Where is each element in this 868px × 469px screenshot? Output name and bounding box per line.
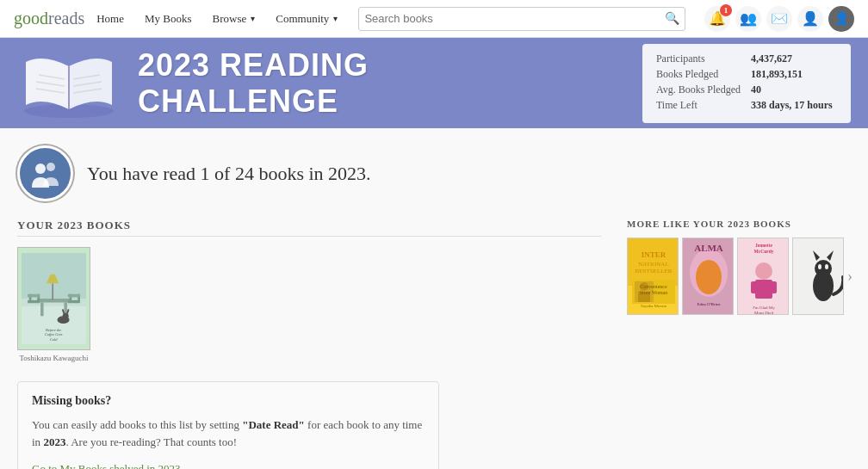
svg-rect-25 [52,283,53,299]
svg-text:Before the: Before the [46,328,61,332]
stat-participants: Participants 4,437,627 [656,52,837,65]
svg-text:McCurdy: McCurdy [754,249,774,254]
svg-rect-55 [770,281,777,293]
stat-time-left: Time Left 338 days, 17 hours [656,99,837,112]
rec-book-2[interactable]: ALMA Edna O'Brien [682,238,734,315]
notification-badge: 1 [720,4,732,16]
your-books-title: YOUR 2023 BOOKS [17,219,601,237]
svg-rect-14 [37,299,71,302]
nav-my-books[interactable]: My Books [136,12,201,26]
book-author: Toshikazu Kawaguchi [17,354,90,364]
search-bar[interactable]: 🔍 [358,7,685,31]
banner-stats: Participants 4,437,627 Books Pledged 181… [642,44,851,123]
search-icon[interactable]: 🔍 [665,11,679,26]
more-books-arrow[interactable]: › [847,238,852,315]
svg-rect-24 [68,294,80,298]
more-books-title: MORE LIKE YOUR 2023 BOOKS [627,219,851,229]
browse-chevron-icon: ▾ [251,14,255,23]
svg-text:Cold: Cold [50,337,58,342]
rec-book-3[interactable]: Jennette McCurdy I'm Glad My Mom Died [737,238,789,315]
search-input[interactable] [364,12,665,25]
rec-book-1[interactable]: INTER NATIONAL BESTSELLER Convenience St… [627,238,679,315]
nav-community[interactable]: Community ▾ [267,12,346,26]
book-open-icon [17,49,121,118]
go-to-my-books-link[interactable]: Go to My Books shelved in 2023 [32,462,181,469]
right-column: MORE LIKE YOUR 2023 BOOKS INTER NATIONAL… [627,219,851,469]
svg-text:ALMA: ALMA [694,243,723,253]
svg-text:I'm Glad My: I'm Glad My [753,305,775,310]
progress-section: You have read 1 of 24 books in 2023. [17,145,851,201]
svg-text:Store Woman: Store Woman [640,290,668,295]
svg-point-8 [22,151,68,198]
community-chevron-icon: ▾ [333,14,338,23]
svg-point-60 [815,260,832,277]
svg-text:Coffee Gets: Coffee Gets [45,332,63,336]
svg-text:Sayaka Murata: Sayaka Murata [641,304,667,308]
svg-text:Convenience: Convenience [640,284,667,289]
svg-point-64 [825,264,828,269]
nav-browse[interactable]: Browse ▾ [204,12,264,26]
main-content: You have read 1 of 24 books in 2023. YOU… [0,128,868,469]
svg-text:NATIONAL: NATIONAL [638,261,668,268]
notifications-button[interactable]: 🔔 1 [704,6,730,32]
info-box-body: You can easily add books to this list by… [32,417,425,453]
messages-button[interactable]: ✉️ [766,6,792,32]
recommended-books-row: INTER NATIONAL BESTSELLER Convenience St… [627,238,851,315]
svg-rect-15 [40,302,44,316]
svg-text:Mom Died: Mom Died [754,311,773,315]
svg-point-63 [818,264,822,269]
svg-point-10 [46,163,55,171]
stat-books-pledged: Books Pledged 181,893,151 [656,68,837,81]
profile-button[interactable]: 👤 [797,6,823,32]
info-box-title: Missing books? [32,394,425,408]
svg-text:Jennette: Jennette [755,243,772,248]
nav-icons-group: 🔔 1 👥 ✉️ 👤 👤 [704,6,854,32]
progress-text: You have read 1 of 24 books in 2023. [87,163,371,185]
banner-title: 2023 READING CHALLENGE [138,47,642,120]
svg-rect-54 [751,281,758,293]
reading-challenge-banner: 2023 READING CHALLENGE Participants 4,43… [0,38,868,128]
svg-rect-20 [28,294,40,298]
user-menu-button[interactable]: 👤 [828,6,854,32]
nav-home[interactable]: Home [88,12,133,26]
book-cover-item[interactable]: Before the Coffee Gets Cold [17,247,90,350]
svg-text:BESTSELLER: BESTSELLER [636,268,673,275]
logo[interactable]: goodreads [14,9,84,28]
svg-text:INTER: INTER [642,250,666,259]
info-box: Missing books? You can easily add books … [17,381,439,469]
avatar[interactable] [17,145,73,201]
two-column-layout: YOUR 2023 BOOKS [17,219,851,469]
svg-text:Edna O'Brien: Edna O'Brien [697,302,721,306]
rec-book-4[interactable] [792,238,844,315]
svg-point-9 [35,164,46,174]
svg-point-47 [696,260,722,294]
navbar: goodreads Home My Books Browse ▾ Communi… [0,0,868,38]
stat-avg-books: Avg. Books Pledged 40 [656,83,837,96]
svg-point-52 [755,262,772,280]
friends-button[interactable]: 👥 [735,6,761,32]
left-column: YOUR 2023 BOOKS [17,219,601,469]
